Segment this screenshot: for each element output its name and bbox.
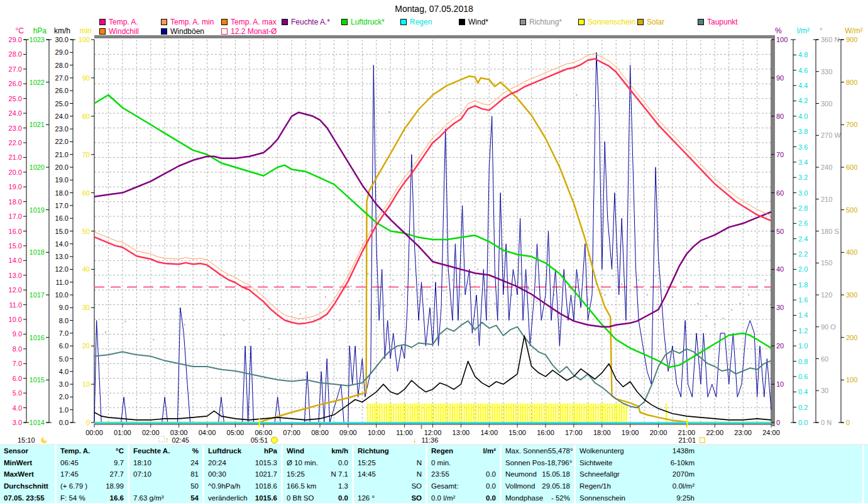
row-header: MaxWert	[4, 470, 34, 478]
x-axis-tick-label: 22:00	[706, 429, 723, 436]
axis-tick-label: 25.0	[9, 95, 22, 102]
axis-tick-label: 90 O	[821, 323, 836, 331]
info-row: Sonnenschein9:25h	[576, 492, 698, 503]
axis-tick-label: 1017	[30, 291, 45, 299]
direction-axis: 360 N330300270 W240210180 S15012090 O603…	[813, 26, 841, 426]
x-axis-tick-label: 11:00	[396, 429, 413, 436]
axis-tick-label: 1015	[30, 376, 45, 384]
axis-tick-label: 17.0	[55, 202, 69, 209]
axis-tick-label: 19.0	[9, 183, 22, 191]
cell-value: l/m²	[483, 447, 496, 455]
astro-marker-label: 15:10	[18, 436, 35, 444]
axis-tick-label: 21.0	[55, 151, 69, 158]
cell-label: Luftdruck	[208, 447, 241, 455]
astro-marker-label: 02:45	[172, 436, 189, 444]
axis-tick-label: 80	[776, 113, 784, 120]
axis-tick-label: 4.8	[798, 51, 808, 58]
cell-value: 1.3	[338, 482, 348, 490]
group-column-regen: Regenl/m²0 min.23:550.0Gesamt:0.00.0 l/m…	[426, 445, 500, 503]
cell-value: 0.0	[486, 482, 496, 490]
cell-label: Max. Sonnen	[505, 447, 548, 455]
cell-label: Sonnen Pos	[505, 459, 545, 467]
axis-tick-label: 4.4	[798, 82, 808, 89]
axis-tick-label: 1021	[30, 121, 45, 128]
axis-tick-label: 90	[82, 74, 90, 82]
axis-tick-label: 1019	[30, 206, 45, 214]
cell-label: 7.63 g/m³	[133, 494, 164, 502]
pressure-axis: 1023102210211020101910181017101610151014…	[30, 26, 52, 426]
axis-tick-label: 4.6	[798, 67, 808, 74]
axis-tick-label: 16.0	[55, 214, 69, 222]
cell-label: (+ 6.79 )	[60, 482, 87, 490]
cell-value: 0.0	[486, 470, 496, 478]
info-row: Max. Sonnen55,478°	[502, 445, 574, 457]
axis-tick-label: 1.0	[798, 342, 808, 350]
cell-label: 07:10	[133, 470, 151, 478]
axis-tick-label: 5.0	[13, 389, 22, 397]
cell-label: 166.5 km	[287, 482, 316, 490]
group-header-row: Windkm/h	[283, 445, 352, 457]
axis-tick-label: 3.0	[13, 419, 22, 426]
axis-tick-label: 4.0	[798, 113, 808, 120]
axis-tick-label: 20	[776, 342, 784, 350]
frame-bottom	[94, 423, 775, 425]
axis-unit-label: hPa	[33, 26, 47, 35]
group-data-row: 7.63 g/m³54	[129, 492, 202, 503]
axis-tick-label: 3.0	[798, 189, 808, 197]
axis-tick-label: 3.0	[59, 380, 69, 388]
moonset-arrow-icon: ↓	[413, 436, 417, 444]
cell-label: 00:30	[208, 470, 226, 478]
x-axis-tick-label: 16:00	[537, 429, 554, 436]
cell-value: 27.7	[110, 470, 124, 478]
axis-tick-label: 16.0	[9, 228, 22, 235]
axis-tick-label: 10	[82, 380, 90, 388]
cell-value: 50	[190, 482, 199, 490]
row-header: Sensor	[4, 447, 28, 455]
group-header-row: Feuchte A.%	[129, 445, 202, 457]
cell-label: Vollmond	[505, 482, 535, 490]
gridlines	[94, 40, 771, 423]
axis-tick-label: 2.2	[798, 250, 808, 258]
cell-value: km/h	[331, 447, 348, 455]
axis-tick-label: 3.4	[798, 158, 808, 166]
x-axis-tick-label: 10:00	[368, 429, 385, 436]
axis-tick-label: 21.0	[9, 153, 22, 161]
axis-tick-label: 18.0	[55, 189, 69, 197]
axis-tick-label: 100	[79, 36, 90, 43]
cell-value: 0.0	[338, 494, 348, 502]
axis-unit-label: km/h	[54, 26, 70, 35]
cell-label: Neumond	[505, 470, 537, 478]
stats-table: SensorMinWertMaxWertDurchschnitt07.05. 2…	[0, 444, 868, 503]
cell-value: 15.05.18	[542, 470, 570, 478]
axis-tick-label: 9.0	[59, 304, 69, 311]
cell-label: 20:24	[208, 459, 226, 467]
info-row: Mondphase- 52%	[502, 492, 574, 503]
axis-tick-label: 0.0	[798, 419, 808, 426]
weather-station-day-chart: Montag, 07.05.2018 Temp. A.Temp. A. minT…	[0, 0, 868, 503]
cell-label: Sonnenschein	[580, 494, 625, 502]
cell-label: Regen	[431, 447, 453, 455]
cell-label: 15:25	[358, 459, 376, 467]
axis-tick-label: 300	[846, 291, 857, 299]
axis-tick-label: 22.0	[9, 139, 22, 146]
axis-tick-label: 0.0	[59, 419, 69, 426]
group-data-row: 50	[129, 480, 202, 492]
axis-tick-label: 100	[776, 36, 788, 43]
cell-value: 54	[190, 494, 199, 502]
axis-tick-label: 8.0	[59, 317, 69, 324]
row-header: Durchschnitt	[4, 482, 48, 490]
cell-value: -18,796°	[545, 459, 573, 467]
solar-axis: 9008007006005004003002001000W/m²	[838, 26, 863, 426]
group-data-row: 0.0 l/m²0.0	[427, 492, 500, 503]
cell-label: 18:10	[133, 459, 151, 467]
cell-value: 1015.3	[255, 459, 277, 467]
group-data-row: Ø 10 min.0.0	[283, 457, 352, 469]
cell-label: Mondphase	[505, 494, 543, 502]
cell-label: ^0.9hPa/h	[208, 482, 240, 490]
group-data-row: 15:25N	[354, 457, 426, 469]
cell-value: - 52%	[551, 494, 570, 502]
axis-tick-label: 24.0	[9, 109, 22, 117]
axis-tick-label: 20.0	[9, 169, 22, 176]
axis-tick-label: 14.0	[9, 257, 22, 264]
axis-tick-label: 500	[846, 206, 857, 214]
